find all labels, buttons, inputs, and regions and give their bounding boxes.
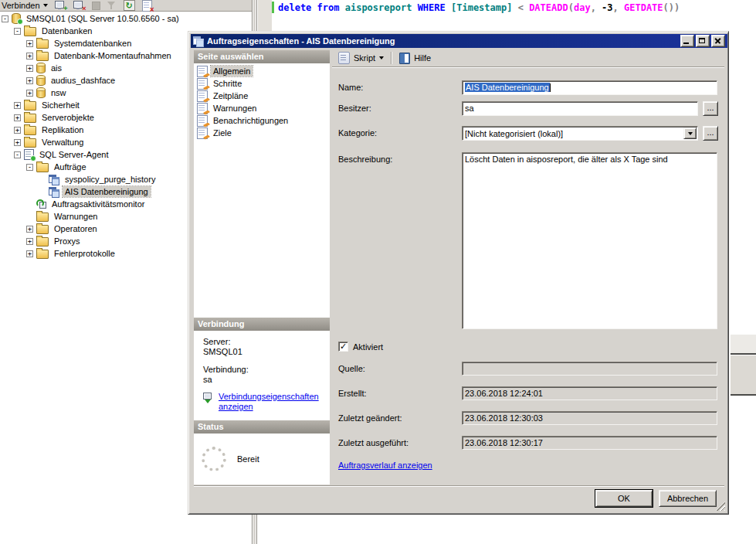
help-icon <box>399 53 410 64</box>
page-item-benachrichtigungen[interactable]: Benachrichtigungen <box>194 114 330 127</box>
enabled-checkbox-label: Aktiviert <box>353 342 383 352</box>
maximize-button[interactable] <box>696 35 710 47</box>
plus-expander-icon[interactable]: + <box>14 127 21 134</box>
refresh-icon[interactable]: ↻ <box>124 0 135 11</box>
select-page-header: Seite auswählen <box>194 50 330 63</box>
background-window-fragment <box>731 355 756 396</box>
tree-item-label[interactable]: Auftragsaktivitätsmonitor <box>49 199 147 209</box>
change-tracking-bar <box>272 2 274 13</box>
tree-item-label[interactable]: Operatoren <box>52 223 100 234</box>
sql-text[interactable]: delete from aisposreport WHERE [Timestam… <box>278 2 680 13</box>
page-item-allgemein[interactable]: Allgemein <box>194 65 330 77</box>
page-item-label[interactable]: Allgemein <box>211 66 253 76</box>
owner-label: Besitzer: <box>338 104 371 113</box>
resize-grip[interactable] <box>716 502 725 511</box>
created-label: Erstellt: <box>338 389 367 398</box>
connection-panel: Server: SMSQL01 Verbindung: sa Verbindun… <box>194 331 330 420</box>
page-icon <box>197 90 208 102</box>
tree-item-label[interactable]: audius_dashface <box>49 75 117 86</box>
tree-item-label[interactable]: Warnungen <box>52 211 100 222</box>
connect-dropdown-button[interactable]: Verbinden <box>2 1 48 10</box>
tree-item-label[interactable]: Aufträge <box>52 162 89 172</box>
minus-expander-icon[interactable]: - <box>14 151 21 158</box>
view-job-history-link[interactable]: Auftragsverlauf anzeigen <box>338 461 432 470</box>
plus-expander-icon[interactable]: + <box>26 238 33 245</box>
category-browse-button[interactable]: ... <box>703 126 718 141</box>
plus-expander-icon[interactable]: + <box>14 139 21 146</box>
help-button[interactable]: Hilfe <box>414 53 431 63</box>
tree-item-label[interactable]: Serverobjekte <box>39 112 97 123</box>
chevron-down-icon[interactable] <box>379 56 384 60</box>
cancel-button[interactable]: Abbrechen <box>659 490 717 507</box>
page-item-ziele[interactable]: Ziele <box>194 127 330 139</box>
tree-item-label[interactable]: nsw <box>49 87 69 98</box>
connection-value: sa <box>203 375 325 385</box>
dialog-title: Auftragseigenschaften - AIS Datenbereini… <box>207 36 679 46</box>
minus-expander-icon[interactable]: - <box>14 28 21 35</box>
plus-expander-icon[interactable]: + <box>14 114 21 121</box>
page-item-label[interactable]: Zeitpläne <box>211 90 250 101</box>
connect-icon[interactable]: + <box>55 1 66 10</box>
tree-item-label[interactable]: syspolicy_purge_history <box>63 174 158 185</box>
page-item-zeitpläne[interactable]: Zeitpläne <box>194 90 330 102</box>
plus-expander-icon[interactable]: + <box>26 226 33 233</box>
job-icon <box>49 175 59 184</box>
tree-item-label[interactable]: Systemdatenbanken <box>52 38 134 49</box>
name-label: Name: <box>338 83 363 92</box>
page-icon <box>197 103 208 114</box>
view-connection-properties-link[interactable]: Verbindungseigenschaften anzeigen <box>219 392 325 412</box>
tree-item-label[interactable]: ais <box>49 63 64 73</box>
page-item-label[interactable]: Ziele <box>211 128 234 138</box>
folder-icon <box>36 250 49 259</box>
combo-arrow-icon[interactable] <box>683 128 697 139</box>
folder-icon <box>36 237 49 246</box>
script-button[interactable]: Skript <box>354 53 375 63</box>
connect-label: Verbinden <box>2 1 40 10</box>
minus-expander-icon[interactable]: - <box>2 15 8 22</box>
folder-icon <box>36 52 49 61</box>
ok-button[interactable]: OK <box>595 490 653 507</box>
plus-expander-icon[interactable]: + <box>26 65 33 72</box>
tree-item-label[interactable]: SMSQL01 (SQL Server 10.50.6560 - sa) <box>24 13 181 24</box>
owner-input[interactable]: sa <box>462 101 698 116</box>
plus-expander-icon[interactable]: + <box>26 90 33 97</box>
disconnect-icon[interactable]: × <box>73 1 85 10</box>
page-item-label[interactable]: Warnungen <box>211 103 259 114</box>
minimize-button[interactable] <box>680 35 694 47</box>
tree-item-label[interactable]: Datenbank-Momentaufnahmen <box>52 50 174 61</box>
page-item-label[interactable]: Schritte <box>211 78 244 89</box>
tree-item-label[interactable]: SQL Server-Agent <box>37 149 110 160</box>
dialog-titlebar[interactable]: Auftragseigenschaften - AIS Datenbereini… <box>191 34 727 48</box>
script-delete-icon[interactable] <box>142 0 152 12</box>
plus-expander-icon[interactable]: + <box>14 102 21 109</box>
plus-expander-icon[interactable]: + <box>26 250 33 257</box>
page-icon <box>197 128 208 139</box>
tree-item-label[interactable]: Datenbanken <box>39 26 94 36</box>
tree-item-label[interactable]: Fehlerprotokolle <box>52 248 117 259</box>
minus-expander-icon[interactable]: - <box>26 164 33 171</box>
db-icon <box>36 63 46 73</box>
enabled-checkbox[interactable] <box>338 342 348 352</box>
tree-item-label[interactable]: Proxys <box>52 236 83 246</box>
page-item-schritte[interactable]: Schritte <box>194 77 330 90</box>
page-icon <box>197 66 208 77</box>
category-label: Kategorie: <box>338 128 377 138</box>
description-textarea[interactable]: Löscht Daten in aisposreport, die älter … <box>462 152 717 329</box>
script-icon <box>338 52 350 64</box>
page-item-label[interactable]: Benachrichtigungen <box>211 115 290 126</box>
category-select[interactable]: [Nicht kategorisiert (lokal)] <box>462 126 698 141</box>
plus-expander-icon[interactable]: + <box>26 40 33 47</box>
tree-item-label[interactable]: AIS Datenbereinigung <box>63 186 151 197</box>
tree-item-label[interactable]: Replikation <box>39 124 86 135</box>
folder-icon <box>24 126 36 135</box>
close-button[interactable] <box>711 35 725 47</box>
filter-icon <box>107 1 117 10</box>
tree-item-label[interactable]: Verwaltung <box>39 137 86 148</box>
owner-browse-button[interactable]: ... <box>703 101 718 116</box>
name-input[interactable]: AIS Datenbereinigung <box>462 80 717 95</box>
tree-item-label[interactable]: Sicherheit <box>39 100 82 110</box>
plus-expander-icon[interactable]: + <box>26 77 33 84</box>
plus-expander-icon[interactable]: + <box>26 53 33 60</box>
tree-item[interactable]: -SMSQL01 (SQL Server 10.50.6560 - sa) <box>0 12 252 25</box>
page-item-warnungen[interactable]: Warnungen <box>194 102 330 114</box>
